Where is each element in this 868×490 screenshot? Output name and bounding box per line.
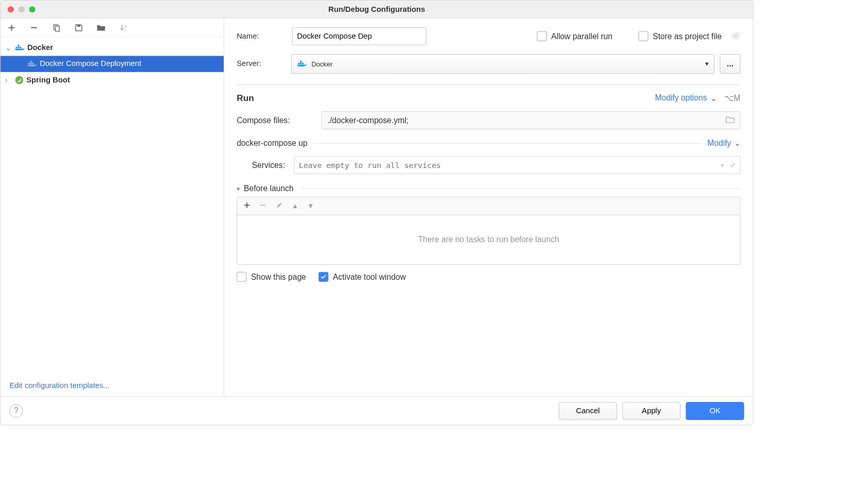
sidebar: + az ⌄ Docker Docker Compose Deployment … [1,19,224,396]
expand-icon[interactable]: ⤢ [730,161,736,169]
checkbox-label: Activate tool window [333,272,406,281]
apply-button[interactable]: Apply [622,402,680,420]
sidebar-toolbar: + az [1,19,224,37]
services-input[interactable] [299,161,721,170]
edit-templates-link[interactable]: Edit configuration templates... [9,381,109,390]
ok-button[interactable]: OK [686,402,744,420]
tasks-box: ▲ ▼ There are no tasks to run before lau… [237,197,740,265]
tasks-empty-text: There are no tasks to run before launch [237,215,740,264]
close-button[interactable] [8,6,14,12]
body: + az ⌄ Docker Docker Compose Deployment … [1,19,753,396]
edit-task-button[interactable] [276,201,283,210]
sort-config-button[interactable]: az [118,22,129,33]
add-task-button[interactable] [243,201,251,210]
activate-tool-checkbox[interactable]: Activate tool window [319,272,406,282]
checkbox-label: Show this page [251,272,306,281]
checkbox-icon [639,31,648,41]
server-select[interactable]: Docker ▾ [291,54,714,74]
modify-link[interactable]: Modify ⌄ [707,138,740,148]
chevron-down-icon: ⌄ [734,138,741,148]
move-up-button[interactable]: ▲ [292,202,298,210]
minimize-button[interactable] [19,6,25,12]
docker-up-label: docker-compose up [237,139,307,148]
svg-point-15 [735,34,737,37]
tasks-toolbar: ▲ ▼ [237,197,740,215]
show-page-checkbox[interactable]: Show this page [237,272,306,282]
footer: ? Cancel Apply OK [1,396,753,425]
run-header: Run [237,93,254,104]
run-debug-dialog: Run/Debug Configurations + az ⌄ Docker [0,0,754,425]
help-button[interactable]: ? [9,404,23,417]
chevron-down-icon: ▾ [705,60,709,68]
tree-node-docker[interactable]: ⌄ Docker [1,40,224,56]
config-tree: ⌄ Docker Docker Compose Deployment › Spr… [1,37,224,375]
titlebar: Run/Debug Configurations [1,1,753,19]
svg-rect-6 [15,47,17,48]
before-launch-header: ▾ Before launch [237,184,740,193]
tree-node-docker-compose[interactable]: Docker Compose Deployment [1,56,224,72]
chevron-down-icon: ⌄ [5,43,12,53]
tree-label: Spring Boot [26,76,70,85]
gear-icon[interactable] [731,31,740,41]
maximize-button[interactable] [29,6,35,12]
compose-files-label: Compose files: [237,115,313,125]
sidebar-footer: Edit configuration templates... [1,375,224,396]
window-title: Run/Debug Configurations [328,5,425,13]
traffic-lights [1,6,36,12]
checkbox-icon [537,31,546,41]
svg-rect-9 [18,45,19,46]
server-row: Server: Docker ▾ ... [237,54,740,74]
svg-rect-2 [77,25,80,27]
compose-files-row: Compose files: ./docker-compose.yml; [237,111,740,129]
chevron-down-icon: ⌄ [710,93,717,103]
server-value: Docker [311,60,332,68]
svg-point-14 [15,76,24,85]
docker-icon [15,44,25,52]
svg-rect-18 [302,63,304,64]
remove-config-button[interactable] [28,22,40,33]
svg-text:+: + [104,26,106,31]
copy-config-button[interactable] [51,22,62,33]
svg-rect-10 [28,63,30,64]
checkbox-icon [319,272,328,282]
chevron-right-icon: › [5,76,12,85]
services-label: Services: [252,160,285,170]
docker-icon [297,60,307,67]
checkbox-label: Store as project file [653,31,722,41]
compose-files-input[interactable]: ./docker-compose.yml; [322,111,740,129]
docker-icon [27,60,37,67]
folder-config-button[interactable]: + [95,22,107,33]
modify-options-link[interactable]: Modify options ⌄ [655,93,717,103]
tree-node-spring[interactable]: › Spring Boot [1,72,224,88]
allow-parallel-checkbox[interactable]: Allow parallel run [537,31,612,41]
server-label: Server: [237,59,286,68]
divider [237,85,740,85]
add-config-button[interactable] [6,22,18,33]
folder-icon[interactable] [726,115,735,125]
chevron-down-icon[interactable]: ▾ [237,184,240,193]
svg-rect-8 [20,47,21,48]
plus-icon[interactable]: + [721,161,725,169]
compose-files-value: ./docker-compose.yml; [327,115,408,125]
remove-task-button[interactable] [259,201,266,210]
svg-rect-16 [298,63,299,64]
save-config-button[interactable] [73,22,85,33]
cancel-button[interactable]: Cancel [559,402,617,420]
services-row: Services: + ⤢ [237,156,740,174]
name-input[interactable] [292,27,426,45]
svg-text:z: z [125,27,127,31]
tree-label: Docker [27,43,53,52]
footer-buttons: Cancel Apply OK [559,402,744,420]
move-down-button[interactable]: ▼ [307,202,314,210]
name-row: Name: Allow parallel run Store as projec… [237,27,740,45]
bottom-checks: Show this page Activate tool window [237,272,740,282]
shortcut-label: ⌥M [724,93,740,103]
spring-icon [15,76,24,85]
tree-label: Docker Compose Deployment [40,59,141,68]
name-label: Name: [237,32,286,41]
store-project-checkbox[interactable]: Store as project file [639,31,722,41]
run-section-header: Run Modify options ⌄ ⌥M [237,93,740,104]
server-browse-button[interactable]: ... [720,54,741,74]
svg-rect-7 [18,47,19,48]
checkbox-icon [237,272,246,282]
